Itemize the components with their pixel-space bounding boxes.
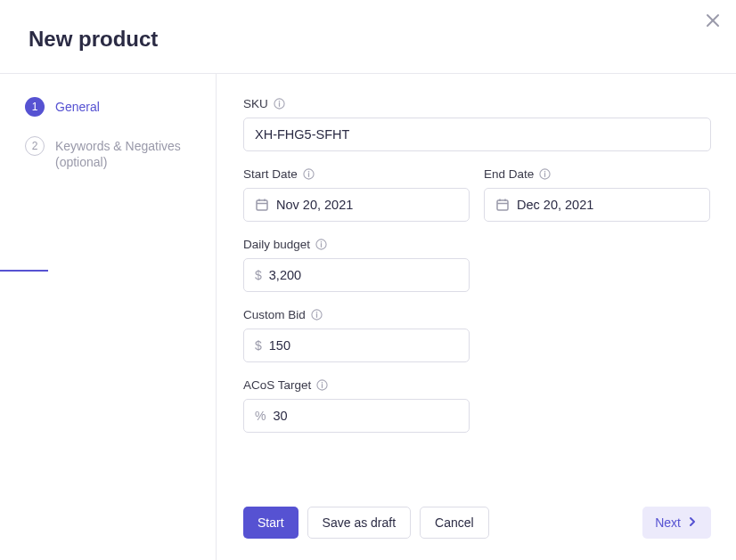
sku-label: SKU (243, 97, 711, 110)
active-indicator (0, 270, 48, 272)
modal-header: New product (0, 0, 736, 74)
form-area: SKU Start Date (217, 74, 736, 560)
form-footer: Start Save as draft Cancel Next (243, 491, 711, 560)
form-body: SKU Start Date (243, 97, 711, 491)
chevron-right-icon (686, 515, 699, 531)
svg-rect-15 (497, 200, 508, 210)
calendar-icon (255, 198, 269, 212)
info-icon[interactable] (303, 168, 315, 180)
info-icon[interactable] (311, 309, 323, 321)
daily-budget-value[interactable] (269, 268, 458, 282)
cancel-button[interactable]: Cancel (420, 507, 489, 539)
daily-budget-input[interactable]: $ (243, 258, 470, 292)
end-date-value[interactable] (517, 198, 699, 212)
label-text: Start Date (243, 167, 298, 181)
custom-bid-value[interactable] (269, 338, 458, 353)
start-date-input[interactable] (243, 188, 470, 222)
label-text: ACoS Target (243, 378, 311, 392)
label-text: Custom Bid (243, 308, 306, 321)
start-date-value[interactable] (276, 198, 458, 212)
dollar-prefix: $ (255, 338, 262, 353)
next-button-label: Next (655, 515, 681, 530)
percent-prefix: % (255, 409, 266, 423)
close-icon[interactable] (706, 13, 720, 28)
acos-target-label: ACoS Target (243, 378, 470, 392)
end-date-label: End Date (484, 167, 710, 181)
svg-point-4 (278, 101, 280, 102)
svg-point-24 (315, 312, 317, 313)
custom-bid-label: Custom Bid (243, 308, 470, 321)
end-date-input[interactable] (484, 188, 710, 222)
next-button[interactable]: Next (642, 507, 711, 539)
step-keywords[interactable]: 2 Keywords & Negatives (optional) (25, 136, 194, 169)
step-sublabel: (optional) (55, 155, 181, 169)
step-number-badge: 1 (25, 97, 45, 117)
dollar-prefix: $ (255, 268, 262, 282)
acos-target-value[interactable] (273, 409, 458, 423)
start-button[interactable]: Start (243, 507, 298, 539)
svg-point-27 (322, 382, 323, 384)
svg-point-21 (321, 241, 323, 243)
page-title: New product (29, 27, 707, 52)
svg-point-14 (544, 171, 546, 173)
custom-bid-input[interactable]: $ (243, 329, 470, 362)
calendar-icon (495, 198, 510, 212)
label-text: Daily budget (243, 238, 310, 251)
daily-budget-label: Daily budget (243, 238, 470, 251)
info-icon[interactable] (316, 379, 328, 391)
save-as-draft-button[interactable]: Save as draft (307, 507, 412, 539)
start-date-label: Start Date (243, 167, 470, 181)
info-icon[interactable] (315, 239, 327, 250)
content-area: 1 General 2 Keywords & Negatives (option… (0, 74, 736, 560)
step-number-badge: 2 (25, 136, 45, 156)
step-label: Keywords & Negatives (55, 136, 181, 155)
step-general[interactable]: 1 General (25, 97, 194, 117)
steps-sidebar: 1 General 2 Keywords & Negatives (option… (0, 74, 217, 560)
label-text: SKU (243, 97, 268, 110)
label-text: End Date (484, 167, 534, 181)
sku-input[interactable] (243, 118, 711, 151)
svg-point-7 (307, 171, 309, 173)
info-icon[interactable] (539, 168, 551, 180)
svg-rect-8 (257, 200, 267, 210)
step-label: General (55, 97, 100, 116)
acos-target-input[interactable]: % (243, 399, 470, 433)
info-icon[interactable] (274, 98, 285, 110)
